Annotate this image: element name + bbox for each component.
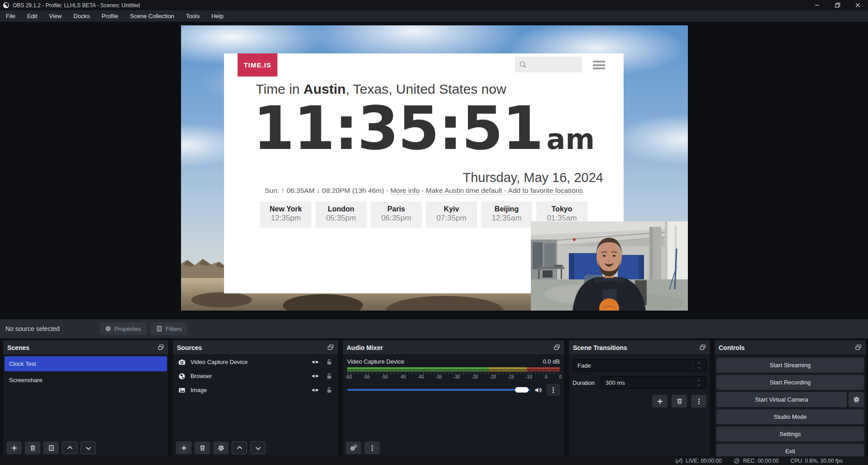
transition-select[interactable]: Fade	[572, 359, 706, 372]
menu-edit[interactable]: Edit	[21, 10, 43, 22]
cpu-fps-stats: CPU: 0.6%, 30.00 fps	[791, 458, 843, 464]
start-recording-button[interactable]: Start Recording	[716, 375, 864, 390]
volume-slider-handle[interactable]	[515, 387, 529, 393]
scene-filters-button[interactable]	[43, 441, 59, 454]
scene-item-screenshare[interactable]: Screenshare	[5, 373, 167, 388]
restore-button[interactable]	[827, 0, 848, 10]
source-status-text: No source selected	[5, 325, 60, 332]
speaker-icon[interactable]	[534, 386, 542, 394]
close-button[interactable]	[848, 0, 868, 10]
advanced-audio-button[interactable]	[346, 441, 361, 454]
remove-scene-button[interactable]	[25, 441, 40, 454]
menu-help[interactable]: Help	[205, 10, 229, 22]
kebab-menu-icon	[550, 387, 557, 393]
volume-meter-2	[347, 370, 560, 372]
source-item-browser[interactable]: Browser	[173, 369, 338, 383]
source-context-toolbar: No source selected Properties Filters	[0, 319, 868, 338]
menu-file[interactable]: File	[0, 10, 21, 22]
source-item-video-capture[interactable]: Video Capture Device	[173, 355, 338, 369]
scene-item-clock-test[interactable]: Clock Test	[5, 356, 167, 371]
source-up-button[interactable]	[232, 441, 247, 454]
restore-icon	[834, 2, 841, 9]
sun-info-line: Sun: ↑ 06:35AM ↓ 08:20PM (13h 46m) - Mor…	[224, 187, 624, 195]
record-inactive-icon	[734, 458, 740, 464]
transitions-title: Scene Transitions	[573, 344, 627, 351]
unlock-icon[interactable]	[326, 359, 333, 365]
popout-icon[interactable]	[157, 344, 164, 351]
popout-icon[interactable]	[327, 344, 334, 351]
stream-inactive-icon	[676, 457, 682, 464]
minimize-button[interactable]	[807, 0, 827, 10]
mixer-menu-button[interactable]	[364, 441, 380, 454]
menu-bar: File Edit View Docks Profile Scene Colle…	[0, 10, 868, 22]
clock-display: 11:35:51am	[224, 97, 624, 160]
source-down-button[interactable]	[250, 441, 266, 454]
kebab-menu-icon	[369, 445, 376, 451]
transition-menu-button[interactable]	[691, 395, 706, 407]
image-icon	[178, 387, 186, 394]
menu-scene-collection[interactable]: Scene Collection	[124, 10, 180, 22]
city-kyiv: Kyiv07:35pm	[426, 201, 477, 228]
virtual-camera-settings-button[interactable]	[849, 392, 864, 407]
audio-mixer-title: Audio Mixer	[347, 344, 383, 351]
menu-view[interactable]: View	[43, 10, 67, 22]
menu-docks[interactable]: Docks	[67, 10, 95, 22]
gear-icon	[853, 396, 860, 403]
scene-down-button[interactable]	[81, 441, 96, 454]
source-properties-button[interactable]	[213, 441, 229, 454]
start-streaming-button[interactable]: Start Streaming	[716, 358, 864, 373]
city-london: London05:35pm	[315, 201, 367, 228]
window-title: OBS 29.1.2 - Profile: LLHLS BETA - Scene…	[13, 2, 140, 9]
add-source-button[interactable]	[176, 441, 191, 454]
search-input	[515, 57, 582, 72]
plus-icon	[181, 445, 187, 451]
menu-profile[interactable]: Profile	[95, 10, 124, 22]
filters-button[interactable]: Filters	[151, 322, 187, 335]
remove-source-button[interactable]	[195, 441, 210, 454]
settings-button[interactable]: Settings	[716, 427, 864, 441]
scene-up-button[interactable]	[62, 441, 77, 454]
eye-icon[interactable]	[311, 372, 319, 380]
mixer-channel-menu-button[interactable]	[546, 384, 560, 396]
unlock-icon[interactable]	[326, 373, 333, 379]
menu-tools[interactable]: Tools	[180, 10, 205, 22]
eye-icon[interactable]	[311, 386, 319, 394]
program-canvas[interactable]: TIME.IS Time in Austin, Texas, United St…	[181, 25, 688, 311]
chevron-up-icon	[697, 379, 701, 382]
plus-icon	[11, 445, 18, 451]
gear-icon	[105, 326, 111, 332]
volume-slider[interactable]	[347, 389, 530, 391]
trash-icon	[29, 445, 36, 451]
duration-label: Duration	[572, 379, 601, 386]
popout-icon[interactable]	[553, 344, 560, 351]
unlock-icon[interactable]	[326, 387, 333, 393]
date-display: Thursday, May 16, 2024	[463, 170, 603, 185]
hamburger-menu-icon	[593, 61, 605, 69]
eye-icon[interactable]	[311, 358, 319, 366]
trash-icon	[199, 445, 206, 451]
add-favorite-link: Add to favorite locations	[508, 187, 583, 195]
live-status: LIVE: 00:00:00	[676, 457, 721, 464]
start-virtual-camera-button[interactable]: Start Virtual Camera	[716, 392, 847, 407]
volume-meter	[347, 367, 560, 369]
add-scene-button[interactable]	[6, 441, 22, 454]
chevron-up-icon	[236, 445, 243, 451]
scenes-title: Scenes	[7, 344, 29, 351]
sources-title: Sources	[177, 344, 202, 351]
rec-status: REC: 00:00:00	[734, 458, 779, 464]
remove-transition-button[interactable]	[672, 395, 687, 407]
more-info-link: More info	[390, 187, 420, 195]
source-item-image[interactable]: Image	[173, 383, 338, 397]
properties-button[interactable]: Properties	[100, 322, 147, 335]
studio-mode-button[interactable]: Studio Mode	[716, 409, 864, 424]
popout-icon[interactable]	[855, 344, 862, 351]
mixer-channel-db: 0.0 dB	[543, 358, 560, 365]
controls-dock: Controls Start Streaming Start Recording…	[714, 340, 866, 456]
popout-icon[interactable]	[699, 344, 706, 351]
duration-spinbox[interactable]: 300 ms	[601, 376, 706, 389]
chevron-up-icon	[67, 445, 73, 451]
add-transition-button[interactable]	[652, 395, 668, 407]
scene-transitions-dock: Scene Transitions Fade Duration 300 ms	[568, 340, 711, 456]
status-bar: LIVE: 00:00:00 REC: 00:00:00 CPU: 0.6%, …	[0, 456, 868, 465]
gear-icon	[218, 445, 224, 451]
